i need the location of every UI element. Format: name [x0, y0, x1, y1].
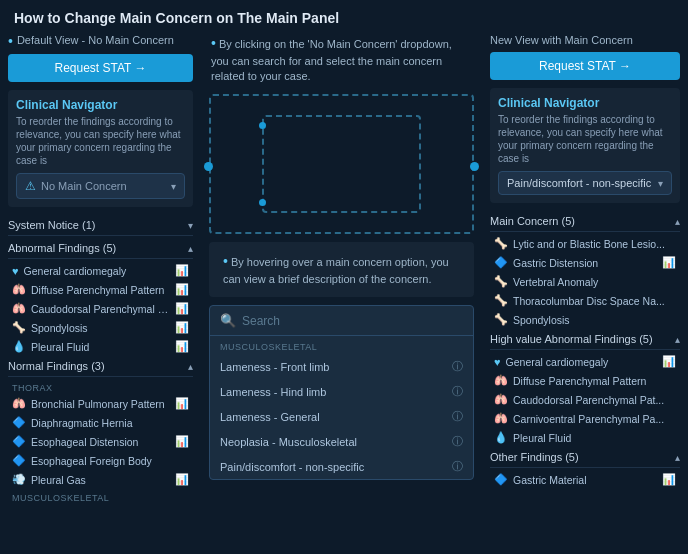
- finding-row: 💧 Pleural Fluid: [490, 428, 680, 447]
- dropdown-item[interactable]: Lameness - Front limb ⓘ: [210, 354, 473, 379]
- bar-icon: 📊: [175, 283, 189, 296]
- finding-icon: 🫁: [494, 393, 508, 406]
- search-placeholder: Search: [242, 314, 280, 328]
- finding-icon: 🔷: [494, 473, 508, 486]
- dropdown-item[interactable]: Pain/discomfort - non-specific ⓘ: [210, 454, 473, 479]
- clinical-nav-desc-left: To reorder the findings according to rel…: [16, 115, 185, 167]
- finding-icon: 🫁: [494, 374, 508, 387]
- finding-icon: 🔷: [12, 454, 26, 467]
- finding-icon: 🦴: [494, 237, 508, 250]
- dropdown-item[interactable]: Lameness - Hind limb ⓘ: [210, 379, 473, 404]
- normal-findings-list: 🫁 Bronchial Pulmonary Pattern 📊 🔷 Diaphr…: [8, 394, 193, 489]
- main-concern-header: Main Concern (5) ▴: [490, 211, 680, 232]
- search-icon: 🔍: [220, 313, 236, 328]
- finding-row: 🦴 Lytic and or Blastic Bone Lesio...: [490, 234, 680, 253]
- finding-row: 🦴 Spondylosis 📊: [8, 318, 193, 337]
- bar-icon: 📊: [175, 397, 189, 410]
- finding-row: 🔷 Esophageal Foreign Body: [8, 451, 193, 470]
- middle-top-text: • By clicking on the 'No Main Concern' d…: [201, 34, 482, 84]
- dropdown-item[interactable]: Lameness - General ⓘ: [210, 404, 473, 429]
- finding-row: 🫁 Caudodorsal Parenchymal Pat...: [490, 390, 680, 409]
- bar-icon: 📊: [175, 340, 189, 353]
- finding-icon: 🫁: [12, 283, 26, 296]
- info-icon: ⓘ: [452, 434, 463, 449]
- finding-icon: 🔷: [12, 416, 26, 429]
- search-dropdown[interactable]: 🔍 Search MUSCULOSKELETAL Lameness - Fron…: [209, 305, 474, 480]
- finding-icon: 🫁: [494, 412, 508, 425]
- finding-icon: 💧: [12, 340, 26, 353]
- finding-row: ♥ General cardiomegaly 📊: [490, 352, 680, 371]
- high-value-header: High value Abnormal Findings (5) ▴: [490, 329, 680, 350]
- abnormal-chevron: ▴: [188, 243, 193, 254]
- search-input-row[interactable]: 🔍 Search: [210, 306, 473, 336]
- info-icon: ⓘ: [452, 359, 463, 374]
- finding-row: 🦴 Spondylosis: [490, 310, 680, 329]
- bar-icon: 📊: [175, 302, 189, 315]
- clinical-nav-title-left: Clinical Navigator: [16, 98, 185, 112]
- bar-icon: 📊: [175, 473, 189, 486]
- dropdown-section-label: MUSCULOSKELETAL: [210, 336, 473, 354]
- finding-row: 🦴 Thoracolumbar Disc Space Na...: [490, 291, 680, 310]
- clinical-navigator-right: Clinical Navigator To reorder the findin…: [490, 88, 680, 203]
- thorax-label: THORAX: [8, 379, 193, 394]
- dropdown-chevron-right: ▾: [658, 178, 663, 189]
- finding-icon: ♥: [494, 356, 501, 368]
- other-findings-header: Other Findings (5) ▴: [490, 447, 680, 468]
- left-column-label: • Default View - No Main Concern: [8, 34, 193, 48]
- finding-row: 💨 Pleural Gas 📊: [8, 470, 193, 489]
- finding-icon: 🦴: [12, 321, 26, 334]
- bullet-icon: •: [211, 35, 216, 51]
- finding-icon: 🦴: [494, 313, 508, 326]
- finding-icon: ♥: [12, 265, 19, 277]
- bar-icon: 📊: [662, 256, 676, 269]
- bar-icon: 📊: [662, 355, 676, 368]
- middle-column: • By clicking on the 'No Main Concern' d…: [201, 34, 482, 534]
- right-column: New View with Main Concern Request STAT …: [490, 34, 680, 534]
- info-icon: ⓘ: [452, 459, 463, 474]
- left-column: • Default View - No Main Concern Request…: [8, 34, 193, 534]
- finding-icon: 🦴: [494, 275, 508, 288]
- info-icon: ⓘ: [452, 409, 463, 424]
- finding-icon: 🦴: [494, 294, 508, 307]
- no-main-concern-dropdown[interactable]: ⚠ No Main Concern ▾: [16, 173, 185, 199]
- concern-icon: ⚠: [25, 179, 36, 193]
- right-column-label: New View with Main Concern: [490, 34, 680, 46]
- musculoskeletal-label-left: MUSCULOSKELETAL: [8, 489, 193, 504]
- high-value-chevron: ▴: [675, 334, 680, 345]
- hover-description-box: • By hovering over a main concern option…: [209, 242, 474, 297]
- finding-icon: 🫁: [12, 397, 26, 410]
- finding-icon: 🔷: [494, 256, 508, 269]
- finding-icon: 🔷: [12, 435, 26, 448]
- other-findings-chevron: ▴: [675, 452, 680, 463]
- system-chevron: ▾: [188, 220, 193, 231]
- finding-row: 🫁 Bronchial Pulmonary Pattern 📊: [8, 394, 193, 413]
- clinical-navigator-left: Clinical Navigator To reorder the findin…: [8, 90, 193, 207]
- dropdown-item[interactable]: Neoplasia - Musculoskeletal ⓘ: [210, 429, 473, 454]
- finding-row: 🔷 Gastric Material 📊: [490, 470, 680, 489]
- finding-row: 💧 Pleural Fluid 📊: [8, 337, 193, 356]
- finding-row: 🫁 Carnivoentral Parenchymal Pa...: [490, 409, 680, 428]
- finding-row: 🔷 Esophageal Distension 📊: [8, 432, 193, 451]
- finding-row: 🫁 Diffuse Parenchymal Pattern 📊: [8, 280, 193, 299]
- abnormal-findings-list: ♥ General cardiomegaly 📊 🫁 Diffuse Paren…: [8, 261, 193, 356]
- finding-row: ♥ General cardiomegaly 📊: [8, 261, 193, 280]
- finding-row: 🫁 Diffuse Parenchymal Pattern: [490, 371, 680, 390]
- bar-icon: 📊: [175, 435, 189, 448]
- bullet-icon: •: [8, 34, 13, 48]
- page-title: How to Change Main Concern on The Main P…: [0, 0, 688, 34]
- bar-icon: 📊: [662, 473, 676, 486]
- bullet-icon: •: [223, 253, 228, 269]
- pain-concern-dropdown[interactable]: Pain/discomfort - non-specific ▾: [498, 171, 672, 195]
- finding-icon: 🫁: [12, 302, 26, 315]
- main-concern-list: 🦴 Lytic and or Blastic Bone Lesio... 🔷 G…: [490, 234, 680, 329]
- high-value-list: ♥ General cardiomegaly 📊 🫁 Diffuse Paren…: [490, 352, 680, 447]
- finding-row: 🔷 Diaphragmatic Hernia: [8, 413, 193, 432]
- finding-icon: 💨: [12, 473, 26, 486]
- normal-chevron: ▴: [188, 361, 193, 372]
- finding-row: 🔷 Gastric Distension 📊: [490, 253, 680, 272]
- request-stat-button-left[interactable]: Request STAT →: [8, 54, 193, 82]
- request-stat-button-right[interactable]: Request STAT →: [490, 52, 680, 80]
- clinical-nav-title-right: Clinical Navigator: [498, 96, 672, 110]
- normal-findings-section: Normal Findings (3) ▴: [8, 356, 193, 377]
- finding-icon: 💧: [494, 431, 508, 444]
